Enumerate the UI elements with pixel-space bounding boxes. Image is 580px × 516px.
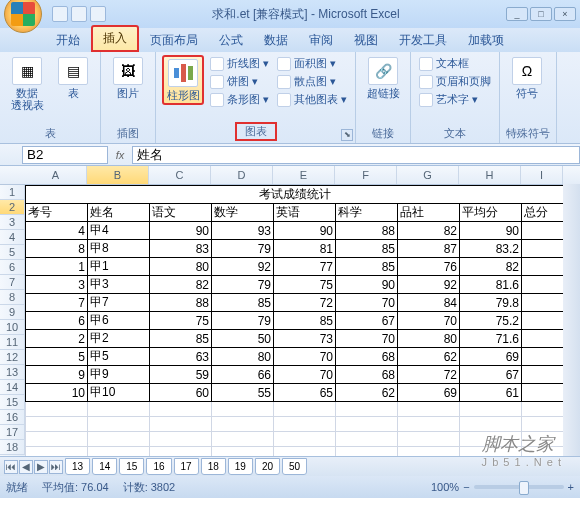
cell[interactable] xyxy=(26,417,88,432)
cell[interactable] xyxy=(26,432,88,447)
cell[interactable]: 69 xyxy=(398,384,460,402)
cell[interactable] xyxy=(522,258,564,276)
cell[interactable]: 61 xyxy=(460,384,522,402)
cell[interactable] xyxy=(88,432,150,447)
other-chart-button[interactable]: 其他图表 ▾ xyxy=(275,91,349,108)
scatter-chart-button[interactable]: 散点图 ▾ xyxy=(275,73,349,90)
tab-insert[interactable]: 插入 xyxy=(91,25,139,52)
wordart-button[interactable]: 艺术字 ▾ xyxy=(417,91,493,108)
sheet-nav-last[interactable]: ⏭ xyxy=(49,460,63,474)
tab-home[interactable]: 开始 xyxy=(46,29,90,52)
cell[interactable]: 71.6 xyxy=(460,330,522,348)
row-3[interactable]: 3 xyxy=(0,215,25,230)
name-box[interactable] xyxy=(22,146,108,164)
cell[interactable] xyxy=(88,447,150,457)
pivot-table-button[interactable]: ▦ 数据 透视表 xyxy=(6,55,48,113)
cell[interactable]: 姓名 xyxy=(88,204,150,222)
cell[interactable]: 55 xyxy=(212,384,274,402)
cell[interactable]: 70 xyxy=(336,294,398,312)
cell[interactable]: 84 xyxy=(398,294,460,312)
cell[interactable]: 品社 xyxy=(398,204,460,222)
cell[interactable]: 7 xyxy=(26,294,88,312)
cell[interactable]: 英语 xyxy=(274,204,336,222)
cell[interactable]: 79 xyxy=(212,240,274,258)
cell[interactable]: 67 xyxy=(336,312,398,330)
cell[interactable]: 数学 xyxy=(212,204,274,222)
cell[interactable] xyxy=(336,447,398,457)
zoom-slider[interactable] xyxy=(474,485,564,489)
cell[interactable]: 3 xyxy=(26,276,88,294)
cell[interactable] xyxy=(522,240,564,258)
formula-input[interactable] xyxy=(132,146,580,164)
cell[interactable]: 75 xyxy=(150,312,212,330)
select-all-corner[interactable] xyxy=(0,166,25,184)
cell[interactable]: 81.6 xyxy=(460,276,522,294)
cell[interactable] xyxy=(522,384,564,402)
col-B[interactable]: B xyxy=(87,166,149,184)
cell[interactable]: 2 xyxy=(26,330,88,348)
cell[interactable]: 75 xyxy=(274,276,336,294)
cell[interactable]: 6 xyxy=(26,312,88,330)
sheet-tab[interactable]: 15 xyxy=(119,458,144,475)
col-E[interactable]: E xyxy=(273,166,335,184)
cell[interactable]: 59 xyxy=(150,366,212,384)
qat-redo-icon[interactable] xyxy=(90,6,106,22)
sheet-tab[interactable]: 13 xyxy=(65,458,90,475)
cell[interactable]: 60 xyxy=(150,384,212,402)
tab-developer[interactable]: 开发工具 xyxy=(389,29,457,52)
cell[interactable]: 甲8 xyxy=(88,240,150,258)
cell[interactable] xyxy=(274,432,336,447)
cell[interactable]: 83 xyxy=(150,240,212,258)
cell[interactable] xyxy=(150,402,212,417)
cell[interactable]: 65 xyxy=(274,384,336,402)
cell[interactable] xyxy=(460,417,522,432)
header-footer-button[interactable]: 页眉和页脚 xyxy=(417,73,493,90)
minimize-button[interactable]: _ xyxy=(506,7,528,21)
sheet-tab[interactable]: 19 xyxy=(228,458,253,475)
cell[interactable]: 70 xyxy=(274,366,336,384)
cell[interactable] xyxy=(460,402,522,417)
cell[interactable] xyxy=(26,447,88,457)
row-4[interactable]: 4 xyxy=(0,230,25,245)
row-14[interactable]: 14 xyxy=(0,380,25,395)
charts-dialog-launcher[interactable]: ⬊ xyxy=(341,129,353,141)
cell[interactable]: 85 xyxy=(150,330,212,348)
close-button[interactable]: × xyxy=(554,7,576,21)
cell[interactable] xyxy=(274,447,336,457)
cell[interactable]: 甲1 xyxy=(88,258,150,276)
row-10[interactable]: 10 xyxy=(0,320,25,335)
cell[interactable]: 9 xyxy=(26,366,88,384)
row-8[interactable]: 8 xyxy=(0,290,25,305)
cell[interactable]: 考号 xyxy=(26,204,88,222)
cell[interactable]: 63 xyxy=(150,348,212,366)
cell[interactable]: 70 xyxy=(398,312,460,330)
cell[interactable]: 72 xyxy=(398,366,460,384)
cell[interactable]: 甲10 xyxy=(88,384,150,402)
cell[interactable] xyxy=(212,402,274,417)
sheet-tab[interactable]: 50 xyxy=(282,458,307,475)
bar-chart-button[interactable]: 条形图 ▾ xyxy=(208,91,271,108)
cell[interactable]: 68 xyxy=(336,366,398,384)
cell[interactable]: 83.2 xyxy=(460,240,522,258)
sheet-tab[interactable]: 20 xyxy=(255,458,280,475)
cell[interactable]: 79 xyxy=(212,312,274,330)
sheet-nav-first[interactable]: ⏮ xyxy=(4,460,18,474)
cell[interactable]: 科学 xyxy=(336,204,398,222)
cell[interactable] xyxy=(150,447,212,457)
cell[interactable] xyxy=(336,417,398,432)
cell[interactable] xyxy=(398,432,460,447)
tab-pagelayout[interactable]: 页面布局 xyxy=(140,29,208,52)
row-2[interactable]: 2 xyxy=(0,200,25,215)
cell[interactable]: 语文 xyxy=(150,204,212,222)
col-F[interactable]: F xyxy=(335,166,397,184)
tab-view[interactable]: 视图 xyxy=(344,29,388,52)
cell[interactable] xyxy=(336,432,398,447)
cell[interactable]: 85 xyxy=(274,312,336,330)
cells-grid[interactable]: 考试成绩统计考号姓名语文数学英语科学品社平均分总分4甲4909390888290… xyxy=(25,185,564,456)
cell[interactable]: 93 xyxy=(212,222,274,240)
row-5[interactable]: 5 xyxy=(0,245,25,260)
row-17[interactable]: 17 xyxy=(0,425,25,440)
cell[interactable] xyxy=(398,447,460,457)
cell[interactable]: 甲5 xyxy=(88,348,150,366)
sheet-tab[interactable]: 16 xyxy=(146,458,171,475)
